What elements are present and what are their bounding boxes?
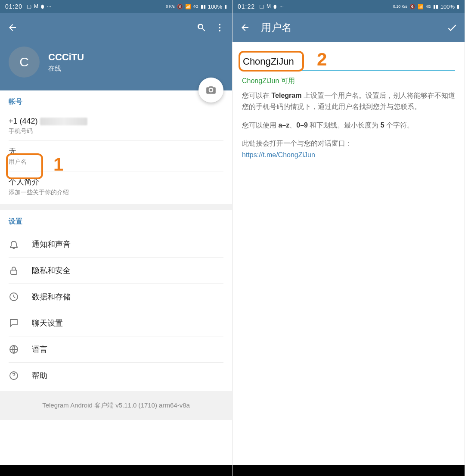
availability-text: ChongZiJun 可用 bbox=[232, 71, 465, 88]
settings-section: 设置 通知和声音 隐私和安全 数据和存储 聊天设置 语言 帮助 bbox=[0, 210, 232, 391]
back-button[interactable] bbox=[6, 22, 19, 33]
net-speed: 0 K/s bbox=[166, 5, 175, 9]
status-notification-icons: ▢ M ⬮ ··· bbox=[259, 3, 284, 9]
hangouts-icon: ⬮ bbox=[273, 3, 277, 9]
hangouts-icon: ⬮ bbox=[41, 3, 44, 9]
section-divider bbox=[0, 204, 232, 210]
wifi-icon: 📶 bbox=[418, 4, 424, 9]
clock-icon bbox=[9, 292, 32, 302]
app-bar: 用户名 bbox=[232, 13, 465, 42]
image-icon: ▢ bbox=[259, 3, 264, 9]
bio-hint: 添加一些关于你的介绍 bbox=[9, 189, 223, 196]
net-type: 4G bbox=[426, 5, 431, 9]
settings-chat[interactable]: 聊天设置 bbox=[9, 310, 223, 336]
profile-name: CCCiTU bbox=[48, 52, 84, 63]
status-time: 01:20 bbox=[5, 3, 22, 10]
status-bar: 01:20 ▢ M ⬮ ··· 0 K/s 🔇 📶 4G ▮▮ 100% ▮ bbox=[0, 0, 232, 13]
phone-label: 手机号码 bbox=[9, 128, 223, 135]
mute-icon: 🔇 bbox=[409, 4, 415, 9]
username-description-1: 您可以在 Telegram 上设置一个用户名。设置后，别人将能够在不知道您的手机… bbox=[232, 88, 465, 118]
bell-icon bbox=[9, 239, 32, 249]
status-time: 01:22 bbox=[238, 3, 255, 10]
mail-icon: M bbox=[267, 3, 271, 9]
username-label: 用户名 bbox=[9, 158, 223, 166]
settings-help[interactable]: 帮助 bbox=[9, 363, 223, 389]
confirm-button[interactable] bbox=[446, 22, 459, 34]
svg-point-0 bbox=[219, 24, 220, 25]
settings-privacy[interactable]: 隐私和安全 bbox=[9, 258, 223, 284]
bio-row[interactable]: 个人简介 添加一些关于你的介绍 bbox=[9, 171, 223, 202]
more-icon: ··· bbox=[279, 3, 284, 9]
search-button[interactable] bbox=[195, 22, 208, 33]
settings-section-title: 设置 bbox=[9, 217, 223, 226]
signal-icon: ▮▮ bbox=[201, 4, 206, 9]
phone-blurred bbox=[40, 118, 87, 125]
username-input[interactable] bbox=[242, 53, 455, 71]
settings-data[interactable]: 数据和存储 bbox=[9, 284, 223, 310]
back-button[interactable] bbox=[239, 22, 251, 33]
battery-text: 100% bbox=[440, 3, 455, 10]
svg-point-2 bbox=[219, 30, 220, 31]
status-bar: 01:22 ▢ M ⬮ ··· 0.10 K/s 🔇 📶 4G ▮▮ 100% … bbox=[232, 0, 465, 13]
net-speed: 0.10 K/s bbox=[393, 5, 407, 9]
status-notification-icons: ▢ M ⬮ ··· bbox=[27, 3, 51, 9]
profile-header: C CCCiTU 在线 bbox=[0, 42, 232, 90]
image-icon: ▢ bbox=[27, 3, 31, 9]
profile-status: 在线 bbox=[48, 65, 84, 73]
appbar-title: 用户名 bbox=[261, 21, 292, 34]
username-value: 无 bbox=[9, 146, 223, 156]
app-bar bbox=[0, 13, 232, 42]
settings-notifications[interactable]: 通知和声音 bbox=[9, 231, 223, 258]
more-icon: ··· bbox=[47, 3, 51, 9]
app-version: Telegram Android 客户端 v5.11.0 (1710) arm6… bbox=[0, 391, 232, 420]
svg-rect-3 bbox=[11, 270, 17, 274]
mute-icon: 🔇 bbox=[177, 4, 183, 9]
more-menu-button[interactable] bbox=[213, 22, 226, 33]
battery-text: 100% bbox=[208, 3, 222, 10]
net-type: 4G bbox=[193, 5, 198, 9]
mail-icon: M bbox=[34, 3, 38, 9]
account-section-title: 帐号 bbox=[9, 97, 223, 106]
account-section: 帐号 +1 (442) 手机号码 无 用户名 个人简介 添加一些关于你的介绍 bbox=[0, 90, 232, 204]
username-description-3: 此链接会打开一个与您的对话窗口： https://t.me/ChongZiJun bbox=[232, 136, 465, 166]
battery-icon: ▮ bbox=[224, 4, 227, 9]
avatar[interactable]: C bbox=[9, 47, 40, 78]
username-input-wrap bbox=[232, 42, 465, 71]
edit-username-screen: 01:22 ▢ M ⬮ ··· 0.10 K/s 🔇 📶 4G ▮▮ 100% … bbox=[232, 0, 465, 476]
help-icon bbox=[9, 370, 32, 381]
phone-value: +1 (442) bbox=[9, 117, 223, 126]
bio-title: 个人简介 bbox=[9, 177, 223, 187]
android-navbar[interactable] bbox=[232, 465, 465, 476]
settings-screen: 01:20 ▢ M ⬮ ··· 0 K/s 🔇 📶 4G ▮▮ 100% ▮ bbox=[0, 0, 232, 476]
username-row[interactable]: 无 用户名 bbox=[9, 141, 223, 171]
settings-language[interactable]: 语言 bbox=[9, 336, 223, 363]
android-navbar[interactable] bbox=[0, 465, 232, 476]
wifi-icon: 📶 bbox=[185, 4, 191, 9]
lock-icon bbox=[9, 265, 32, 276]
change-photo-button[interactable] bbox=[198, 78, 223, 103]
profile-link[interactable]: https://t.me/ChongZiJun bbox=[242, 151, 315, 159]
username-description-2: 您可以使用 a–z、0–9 和下划线。最小长度为 5 个字符。 bbox=[232, 118, 465, 136]
chat-icon bbox=[9, 318, 32, 328]
battery-icon: ▮ bbox=[457, 4, 459, 9]
signal-icon: ▮▮ bbox=[433, 4, 438, 9]
svg-point-1 bbox=[219, 27, 220, 28]
phone-row[interactable]: +1 (442) 手机号码 bbox=[9, 112, 223, 141]
globe-icon bbox=[9, 344, 32, 355]
